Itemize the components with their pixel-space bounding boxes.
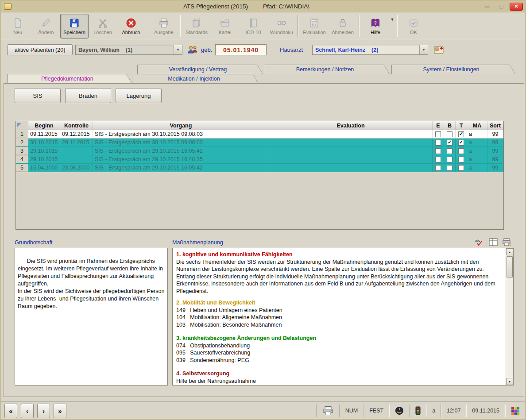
checkbox-t[interactable] <box>458 131 464 137</box>
list-item: 074 Obstipationsbehandlung <box>176 342 502 350</box>
chevron-down-icon[interactable]: ▼ <box>419 45 428 54</box>
save-button[interactable]: Speichern <box>60 14 89 39</box>
nav-first-button[interactable]: « <box>4 404 17 418</box>
checkbox-e[interactable] <box>435 131 441 137</box>
status-printer-icon[interactable] <box>317 402 339 420</box>
edit-button[interactable]: Ändern <box>32 14 60 39</box>
vertical-scrollbar[interactable]: ▲ ▼ <box>506 248 513 385</box>
checkbox-e[interactable] <box>435 157 441 162</box>
checkbox-b[interactable] <box>447 140 453 146</box>
patient-select-value: Bayern, William (1) <box>76 47 174 53</box>
delete-icon <box>97 17 109 29</box>
birthdate-field[interactable]: 05.01.1940 <box>215 44 267 55</box>
sis-button[interactable]: SIS <box>15 88 61 103</box>
grundbotschaft-textarea[interactable]: Die SIS wird prioritär im Rahmen des Ers… <box>15 248 168 385</box>
table-row-4[interactable]: 4 29.10.2015 SIS - Erstgespräch am 29.10… <box>16 155 503 164</box>
active-patients-button[interactable]: aktive Patienten (20) <box>7 44 73 55</box>
checkbox-b[interactable] <box>447 157 453 162</box>
doctor-icon[interactable] <box>433 45 445 55</box>
pflegedokumentation-panel: SIS Braden Lagerung Beginn Kontrolle Vor… <box>4 83 524 397</box>
window-title: ATS Pflegedienst (2015) <box>183 3 248 10</box>
traffic-light-icon[interactable] <box>410 402 426 420</box>
new-button[interactable]: Neu <box>4 14 32 39</box>
evaluation-button[interactable]: Evaluation <box>300 14 329 39</box>
checkbox-t[interactable] <box>458 157 464 162</box>
checkbox-t[interactable] <box>458 165 464 171</box>
col-header-t[interactable]: T <box>456 121 467 130</box>
svg-text:?: ? <box>374 20 377 26</box>
hausarzt-select[interactable]: Schnell, Karl-Heinz (2) ▼ <box>312 45 428 55</box>
output-button[interactable]: Ausgabe <box>150 14 178 39</box>
app-icon <box>4 3 12 10</box>
col-header-vorgang[interactable]: Vorgang <box>93 121 269 130</box>
help-dropdown-arrow[interactable]: ▼ <box>390 14 395 39</box>
scroll-up-icon[interactable]: ▲ <box>506 248 513 255</box>
tab-medikation-injektion[interactable]: Medikation / Injektion <box>134 74 259 83</box>
patients-icon[interactable] <box>187 45 198 55</box>
hausarzt-label: Hausarzt <box>280 46 303 53</box>
list-item: 103 Mobilisation: Besondere Maßnahmen <box>176 321 502 329</box>
checkbox-b[interactable] <box>447 165 453 171</box>
card-file-icon <box>219 17 231 29</box>
col-header-e[interactable]: E <box>433 121 444 130</box>
tab-system-einstellungen[interactable]: System / Einstellungen <box>391 65 515 74</box>
delete-button[interactable]: Löschen <box>89 14 117 39</box>
kartei-button[interactable]: Kartei <box>211 14 239 39</box>
power-icon[interactable] <box>390 402 409 420</box>
massnahmenplanung-textarea[interactable]: 1. kognitive und kommunikative Fähigkeit… <box>172 248 514 385</box>
patient-select[interactable]: Bayern, William (1) ▼ <box>75 45 182 55</box>
checkbox-b[interactable] <box>447 131 453 137</box>
tab-verstaendigung-vertrag[interactable]: Verständigung / Vertrag <box>137 65 263 74</box>
nav-next-button[interactable]: › <box>37 404 50 418</box>
nav-last-button[interactable]: » <box>54 404 66 418</box>
color-palette-icon[interactable] <box>506 402 525 420</box>
logout-button[interactable]: Abmelden <box>329 14 357 39</box>
braden-button[interactable]: Braden <box>65 88 111 103</box>
tab-pflegedokumentation[interactable]: Pflegedokumentation <box>7 74 132 83</box>
layout-table-icon[interactable] <box>488 237 499 247</box>
toolbar-separator <box>359 15 360 37</box>
checkbox-e[interactable] <box>435 140 441 146</box>
list-item: 039 Sondenernährung: PEG <box>176 357 502 364</box>
col-header-ma[interactable]: MA <box>467 121 487 130</box>
nav-prev-button[interactable]: ‹ <box>21 404 34 418</box>
status-date: 09.11.2015 <box>467 402 505 420</box>
standards-button[interactable]: Standards <box>182 14 211 39</box>
table-row-5[interactable]: 5 15.04.2000 23.08.2000 SIS - Erstgesprä… <box>16 164 503 172</box>
table-row-1[interactable]: 1 09.11.2015 09.12.2015 SIS - Erstgesprä… <box>16 130 503 139</box>
spellcheck-icon[interactable]: abc <box>474 237 485 247</box>
status-time: 12:07 <box>441 402 466 420</box>
checkbox-e[interactable] <box>435 165 441 171</box>
lagerung-button[interactable]: Lagerung <box>116 88 162 103</box>
ok-button[interactable]: OK <box>399 14 428 39</box>
app-window: ATS Pflegedienst (2015) Pfad: C:\WINDIA\… <box>0 0 526 420</box>
close-button[interactable]: ✕ <box>510 3 523 11</box>
minimize-button[interactable]: — <box>481 3 493 11</box>
checkbox-b[interactable] <box>447 148 453 154</box>
wounddoc-button[interactable]: Wunddoku <box>267 14 296 39</box>
scroll-down-icon[interactable]: ▼ <box>506 378 513 385</box>
maximize-button[interactable]: ▢ <box>495 3 507 11</box>
col-header-sort[interactable]: Sort <box>487 121 503 130</box>
table-row-3[interactable]: 3 29.10.2015 SIS - Erstgespräch am 29.10… <box>16 147 503 155</box>
checkbox-t[interactable] <box>458 148 464 154</box>
checkbox-t[interactable] <box>458 140 464 146</box>
print-export-icon[interactable] <box>502 237 512 247</box>
scrollbar-thumb[interactable] <box>507 256 513 277</box>
help-button[interactable]: ? Hilfe <box>361 14 390 39</box>
col-header-b[interactable]: B <box>444 121 456 130</box>
icd10-button[interactable]: ICD-10 <box>239 14 267 39</box>
col-header-evaluation[interactable]: Evaluation <box>269 121 433 130</box>
section-2-heading: 2. Mobilität und Beweglichkeit <box>176 299 502 307</box>
checkbox-e[interactable] <box>435 148 441 154</box>
col-header-kontrolle[interactable]: Kontrolle <box>60 121 93 130</box>
help-book-icon: ? <box>369 17 382 29</box>
documents-icon <box>190 17 203 29</box>
col-header-beginn[interactable]: Beginn <box>28 121 60 130</box>
toolbar-separator <box>298 15 298 37</box>
cancel-button[interactable]: Abbruch <box>117 14 145 39</box>
tab-bemerkungen-notizen[interactable]: Bemerkungen / Notizen <box>265 65 390 74</box>
select-all-corner[interactable] <box>16 121 28 130</box>
chevron-down-icon[interactable]: ▼ <box>174 45 182 54</box>
table-row-2[interactable]: 2 30.10.2015 29.11.2015 SIS - Erstgesprä… <box>16 139 503 147</box>
